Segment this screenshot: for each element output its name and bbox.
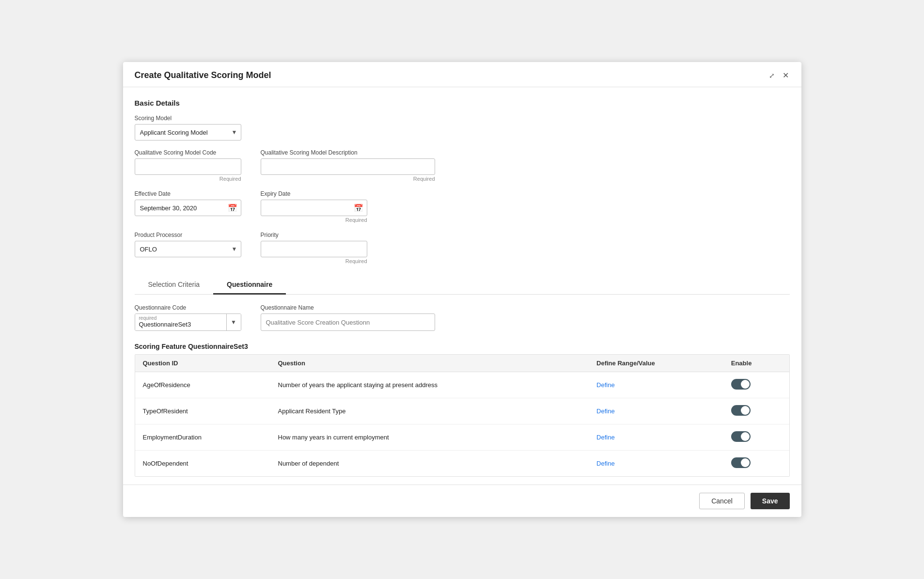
row-1-enable-cell (723, 398, 789, 424)
table-row: TypeOfResident Applicant Resident Type D… (135, 398, 789, 424)
header-icons: ⤢ ✕ (768, 70, 790, 81)
effective-date-wrapper: September 30, 2020 📅 (135, 200, 241, 216)
questionnaire-section: Questionnaire Code required Questionnair… (135, 295, 790, 477)
effective-date-group: Effective Date September 30, 2020 📅 (135, 190, 241, 216)
expiry-date-wrapper: 📅 (261, 200, 367, 216)
row-3-question-id: NoOfDependent (135, 451, 270, 477)
questionnaire-inputs-row: Questionnaire Code required Questionnair… (135, 304, 790, 331)
scoring-feature-table-container: Question ID Question Define Range/Value … (135, 354, 790, 477)
product-processor-label: Product Processor (135, 232, 241, 238)
close-button[interactable]: ✕ (782, 70, 790, 81)
row-2-define-link[interactable]: Define (596, 434, 615, 441)
questionnaire-name-group: Questionnaire Name (261, 304, 435, 331)
row-3-enable-cell (723, 451, 789, 477)
row-0-define-link[interactable]: Define (596, 381, 615, 389)
cancel-button[interactable]: Cancel (699, 493, 745, 509)
basic-details-title: Basic Details (135, 99, 790, 107)
questionnaire-code-group: Questionnaire Code required Questionnair… (135, 304, 241, 331)
priority-input[interactable] (261, 241, 367, 257)
questionnaire-code-label: Questionnaire Code (135, 304, 241, 311)
questionnaire-name-input[interactable] (261, 313, 435, 331)
col-define-range: Define Range/Value (589, 355, 723, 372)
col-question: Question (270, 355, 589, 372)
expiry-date-input[interactable] (261, 200, 367, 216)
row-2-define-cell: Define (589, 424, 723, 451)
col-enable: Enable (723, 355, 789, 372)
row-1-toggle[interactable] (731, 405, 751, 416)
expand-icon: ⤢ (769, 72, 775, 79)
expand-button[interactable]: ⤢ (768, 71, 776, 80)
row-0-enable-cell (723, 372, 789, 398)
qual-code-label: Qualitative Scoring Model Code (135, 149, 241, 156)
scoring-model-select[interactable]: Applicant Scoring Model (135, 124, 241, 141)
table-row: AgeOfResidence Number of years the appli… (135, 372, 789, 398)
qual-desc-label: Qualitative Scoring Model Description (261, 149, 435, 156)
row-3-define-cell: Define (589, 451, 723, 477)
tab-selection-criteria-label: Selection Criteria (148, 281, 200, 288)
col-question-id: Question ID (135, 355, 270, 372)
row-0-question: Number of years the applicant staying at… (270, 372, 589, 398)
scoring-model-select-wrapper: Applicant Scoring Model ▼ (135, 124, 241, 141)
row-3-toggle[interactable] (731, 457, 751, 468)
scoring-model-group: Scoring Model Applicant Scoring Model ▼ (135, 115, 241, 141)
scoring-feature-title: Scoring Feature QuestionnaireSet3 (135, 343, 790, 350)
row-1-define-link[interactable]: Define (596, 407, 615, 415)
save-button[interactable]: Save (751, 493, 790, 509)
scoring-feature-table: Question ID Question Define Range/Value … (135, 355, 789, 476)
qual-desc-group: Qualitative Scoring Model Description Re… (261, 149, 435, 182)
close-icon: ✕ (783, 71, 789, 80)
row-0-define-cell: Define (589, 372, 723, 398)
table-row: EmploymentDuration How many years in cur… (135, 424, 789, 451)
modal-body: Basic Details Scoring Model Applicant Sc… (123, 87, 801, 477)
qual-code-input[interactable] (135, 158, 241, 175)
product-processor-group: Product Processor OFLO ▼ (135, 232, 241, 257)
row-2-enable-cell (723, 424, 789, 451)
code-desc-row: Qualitative Scoring Model Code Required … (135, 149, 790, 182)
modal-header: Create Qualitative Scoring Model ⤢ ✕ (123, 62, 801, 87)
row-0-toggle[interactable] (731, 379, 751, 390)
qual-code-group: Qualitative Scoring Model Code Required (135, 149, 241, 182)
row-1-define-cell: Define (589, 398, 723, 424)
product-processor-select-wrapper: OFLO ▼ (135, 241, 241, 257)
questionnaire-code-wrapper: required QuestionnaireSet3 ▼ (135, 313, 241, 331)
questionnaire-code-inner: required QuestionnaireSet3 (135, 314, 226, 330)
effective-date-label: Effective Date (135, 190, 241, 197)
row-2-question: How many years in current employment (270, 424, 589, 451)
row-3-define-link[interactable]: Define (596, 460, 615, 467)
row-1-question-id: TypeOfResident (135, 398, 270, 424)
row-3-question: Number of dependent (270, 451, 589, 477)
qual-desc-required: Required (261, 176, 435, 182)
table-row: NoOfDependent Number of dependent Define (135, 451, 789, 477)
table-header: Question ID Question Define Range/Value … (135, 355, 789, 372)
scoring-model-label: Scoring Model (135, 115, 241, 122)
questionnaire-code-value: QuestionnaireSet3 (139, 321, 222, 329)
row-2-question-id: EmploymentDuration (135, 424, 270, 451)
tab-questionnaire-label: Questionnaire (227, 281, 272, 288)
modal-footer: Cancel Save (123, 485, 801, 517)
priority-required: Required (261, 258, 367, 264)
expiry-date-label: Expiry Date (261, 190, 367, 197)
questionnaire-code-arrow-icon: ▼ (231, 319, 236, 326)
questionnaire-name-label: Questionnaire Name (261, 304, 435, 311)
qual-desc-input[interactable] (261, 158, 435, 175)
effective-date-input[interactable]: September 30, 2020 (135, 200, 241, 216)
table-body: AgeOfResidence Number of years the appli… (135, 372, 789, 477)
row-2-toggle[interactable] (731, 431, 751, 442)
priority-group: Priority Required (261, 232, 367, 264)
qual-code-required: Required (135, 176, 241, 182)
questionnaire-code-required: required (139, 316, 222, 321)
modal-title: Create Qualitative Scoring Model (135, 70, 271, 80)
tabs-section: Selection Criteria Questionnaire (135, 276, 790, 295)
scoring-model-row: Scoring Model Applicant Scoring Model ▼ (135, 115, 790, 141)
expiry-date-required: Required (261, 217, 367, 223)
product-processor-select[interactable]: OFLO (135, 241, 241, 257)
processor-priority-row: Product Processor OFLO ▼ Priority Requir… (135, 232, 790, 264)
row-0-question-id: AgeOfResidence (135, 372, 270, 398)
questionnaire-code-dropdown-button[interactable]: ▼ (226, 314, 241, 330)
create-scoring-modal: Create Qualitative Scoring Model ⤢ ✕ Bas… (123, 62, 801, 517)
expiry-date-group: Expiry Date 📅 Required (261, 190, 367, 223)
tab-questionnaire[interactable]: Questionnaire (213, 276, 286, 295)
dates-row: Effective Date September 30, 2020 📅 Expi… (135, 190, 790, 223)
priority-label: Priority (261, 232, 367, 238)
tab-selection-criteria[interactable]: Selection Criteria (135, 276, 214, 295)
